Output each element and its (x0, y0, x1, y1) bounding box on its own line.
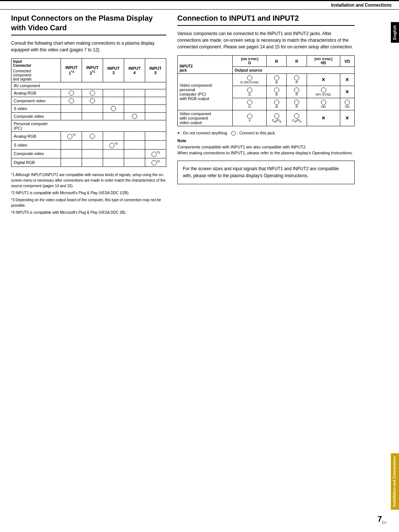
circle-icon (90, 90, 95, 96)
circle-icon (345, 100, 350, 105)
table-row: Composite video *3 (11, 149, 166, 158)
col-r: R (287, 56, 307, 67)
col-input2: INPUT2*1 (82, 59, 103, 82)
footnotes: *1 Although INPUT1/INPUT2 are compatible… (11, 172, 166, 215)
circle-icon (90, 98, 95, 103)
right-intro: Various components can be connected to t… (177, 30, 355, 50)
footnote-3: *3 Depending on the video output board o… (11, 197, 166, 208)
table-row: Video componentwith componentvideo outpu… (178, 110, 355, 126)
note-line-2: When making connections to INPUT1, pleas… (177, 150, 355, 156)
table-row: Digital RGB *4 (11, 158, 166, 167)
circle-icon (69, 98, 74, 103)
circle-icon (132, 114, 137, 119)
x-icon: × (345, 89, 349, 95)
footnote-1: *1 Although INPUT1/INPUT2 are compatible… (11, 172, 166, 189)
main-content: Input Connectors on the Plasma Display w… (0, 10, 399, 224)
x-icon: × (345, 76, 349, 83)
connector-table: InputConnector Connectedcomponentand sig… (11, 58, 166, 167)
col-input3: INPUT3 (103, 59, 124, 82)
circle-icon (247, 75, 252, 80)
installation-tab: Installation and Connections (391, 453, 399, 510)
col-input1: INPUT1*1 (61, 59, 82, 82)
col-input5: INPUT5 (145, 59, 166, 82)
note-title: Note (177, 138, 355, 144)
circle-icon (247, 87, 252, 93)
table-row: Personal computer(PC) (11, 120, 166, 132)
note-section: Note Components compatible with INPUT1 a… (177, 138, 355, 156)
col-hv-sync: [H/V SYNC] HD (307, 56, 340, 67)
col-input2-jack: INPUT2 jack (178, 56, 233, 74)
table-row: Analog RGB (11, 89, 166, 97)
circle-icon (109, 143, 115, 148)
output-source-label: Output source (233, 67, 355, 74)
legend-text: × : Do not connect anything. : Connect t… (177, 131, 355, 135)
x-icon: × (322, 76, 325, 83)
footnote-4: *4 INPUT5 is compatible with Microsoft's… (11, 210, 166, 215)
circle-icon (67, 134, 72, 139)
circle-icon (274, 100, 279, 105)
table-row: Component video (11, 97, 166, 105)
page-number-sub: En (382, 521, 386, 525)
col-vd: VD (340, 56, 354, 67)
table-row: Video component/personalcomputer (PC)wit… (178, 74, 355, 86)
info-box: For the screen sizes and input signals t… (177, 161, 355, 184)
circle-icon (111, 106, 116, 111)
circle-icon (274, 87, 279, 93)
left-section-title: Input Connectors on the Plasma Display w… (11, 13, 166, 35)
page-number: 7 (378, 514, 382, 524)
input2-table: INPUT2 jack [ON SYNC] G B R [H/V SYNC] H… (177, 55, 355, 126)
table-row: AV component (11, 82, 166, 89)
header-title: Installation and Connections (331, 3, 392, 8)
x-icon: × (322, 115, 325, 121)
table-row: S video *3 (11, 141, 166, 150)
header-bar: Installation and Connections (0, 0, 399, 10)
table-row: Composite video (11, 113, 166, 120)
circle-icon (274, 113, 279, 119)
circle-icon (90, 134, 95, 139)
left-column: Input Connectors on the Plasma Display w… (11, 13, 166, 217)
table-row: Analog RGB *2 (11, 132, 166, 141)
circle-icon (294, 75, 299, 80)
circle-icon (247, 100, 252, 105)
col-on-sync: [ON SYNC] G (233, 56, 267, 67)
right-section-title: Connection to INPUT1 and INPUT2 (177, 13, 355, 26)
circle-icon (321, 100, 326, 105)
circle-icon (151, 160, 157, 165)
info-box-text: For the screen sizes and input signals t… (183, 166, 339, 178)
footnote-2: *2 INPUT1 is compatible with Microsoft's… (11, 190, 166, 196)
x-icon: × (345, 115, 349, 121)
right-column: Connection to INPUT1 and INPUT2 Various … (177, 13, 355, 217)
circle-icon (294, 113, 299, 119)
circle-icon (247, 114, 252, 119)
circle-icon (69, 90, 74, 96)
col-input4: INPUT4 (124, 59, 145, 82)
circle-icon (321, 87, 326, 93)
circle-icon (294, 100, 299, 105)
table-row: S video (11, 105, 166, 113)
left-intro: Consult the following chart when making … (11, 40, 166, 53)
circle-icon (294, 87, 299, 93)
table-header-left: InputConnector Connectedcomponentand sig… (11, 59, 61, 82)
circle-icon (151, 152, 157, 157)
note-line-1: Components compatible with INPUT1 are al… (177, 144, 355, 150)
col-b: B (267, 56, 287, 67)
circle-icon (274, 75, 279, 80)
english-tab: English (391, 22, 399, 43)
